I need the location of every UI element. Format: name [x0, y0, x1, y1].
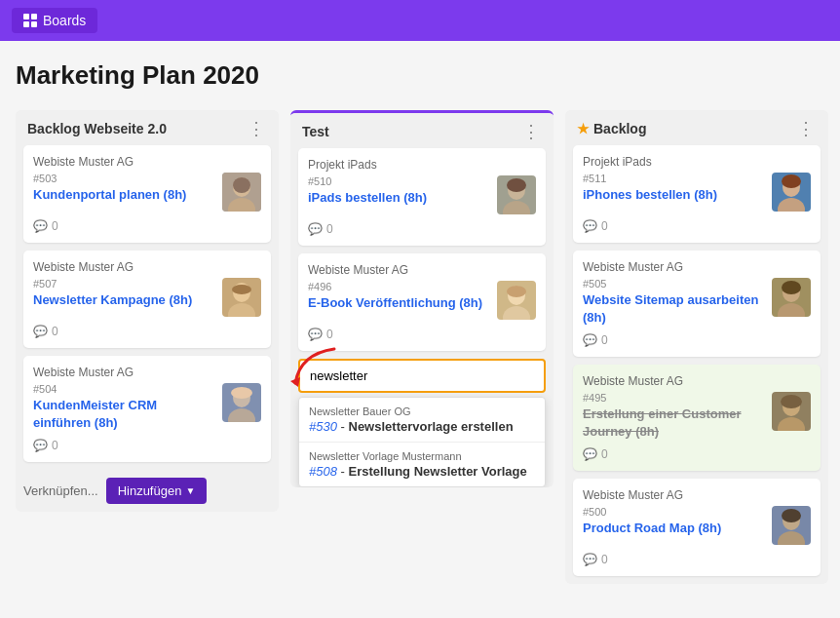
card-info: #504 KundenMeister CRM einführen (8h) [33, 383, 214, 431]
card-title[interactable]: Website Sitemap ausarbeiten (8h) [583, 291, 764, 326]
card-company: Projekt iPads [308, 158, 536, 172]
dropdown-task-name: Newslettervorlage erstellen [349, 419, 514, 434]
card-company: Webiste Muster AG [583, 374, 811, 388]
comment-count: 0 [601, 219, 608, 233]
card-footer: 💬 0 [33, 439, 261, 452]
card-body: #504 KundenMeister CRM einführen (8h) [33, 383, 261, 431]
card-footer: 💬 0 [583, 219, 811, 233]
card-info: #500 Product Road Map (8h) [583, 506, 764, 537]
card-footer: 💬 0 [583, 447, 811, 461]
card-info: #510 iPads bestellen (8h) [308, 175, 489, 207]
boards-button[interactable]: Boards [12, 8, 97, 33]
card-number: #505 [583, 278, 764, 290]
svg-point-7 [232, 285, 251, 294]
top-nav: Boards [0, 0, 840, 41]
card-title[interactable]: KundenMeister CRM einführen (8h) [33, 397, 214, 431]
card-body: #505 Website Sitemap ausarbeiten (8h) [583, 278, 811, 326]
column-title-3: ★ Backlog [577, 121, 646, 136]
card-info: #503 Kundenportal planen (8h) [33, 173, 214, 204]
comment-icon: 💬 [308, 328, 323, 341]
dropdown-item-508[interactable]: Newsletter Vorlage Mustermann #508 - Ers… [299, 443, 545, 486]
comment-count: 0 [601, 553, 608, 566]
column-title-1: Backlog Webseite 2.0 [27, 121, 167, 136]
card-505: Webiste Muster AG #505 Website Sitemap a… [573, 251, 821, 357]
dropdown-task-name: Erstellung Newsletter Vorlage [349, 464, 527, 479]
comment-count: 0 [52, 439, 58, 452]
card-body: #511 iPhones bestellen (8h) [583, 173, 811, 212]
card-company: Projekt iPads [583, 155, 811, 169]
card-footer: 💬 0 [308, 222, 536, 236]
column-menu-button-2[interactable]: ⋮ [520, 123, 542, 140]
card-footer: 💬 0 [33, 325, 261, 338]
star-icon: ★ [577, 121, 590, 136]
card-company: Webiste Muster AG [583, 260, 811, 274]
comment-icon: 💬 [33, 439, 48, 452]
card-number: #503 [33, 173, 214, 184]
card-title[interactable]: iPads bestellen (8h) [308, 189, 489, 207]
svg-point-11 [231, 387, 252, 399]
card-company: Webiste Muster AG [33, 260, 261, 274]
comment-count: 0 [52, 325, 58, 338]
avatar [222, 173, 261, 212]
column-menu-button-3[interactable]: ⋮ [795, 120, 817, 137]
column-backlog-webseite: Backlog Webseite 2.0 ⋮ Webiste Muster AG… [16, 110, 279, 512]
card-title[interactable]: Kundenportal planen (8h) [33, 186, 214, 204]
verknupfen-link[interactable]: Verknüpfen... [23, 483, 98, 498]
avatar [772, 506, 811, 545]
card-footer: 💬 0 [583, 333, 811, 347]
column-title-2: Test [302, 124, 329, 139]
card-title[interactable]: Product Road Map (8h) [583, 520, 764, 537]
cards-area-1: Webiste Muster AG #503 Kundenportal plan… [16, 145, 279, 470]
card-body: #496 E-Book Veröffentlichung (8h) [308, 281, 536, 320]
avatar [772, 392, 811, 431]
svg-point-19 [507, 286, 526, 297]
card-title[interactable]: Newsletter Kampagne (8h) [33, 291, 214, 309]
card-title[interactable]: E-Book Veröffentlichung (8h) [308, 294, 489, 312]
svg-point-3 [233, 177, 250, 193]
dropdown-item-530[interactable]: Newsletter Bauer OG #530 - Newslettervor… [299, 398, 545, 443]
card-title-strikethrough[interactable]: Erstellung einer Customer Journey (8h) [583, 406, 764, 440]
columns-container: Backlog Webseite 2.0 ⋮ Webiste Muster AG… [16, 110, 824, 584]
dash: - [341, 419, 349, 434]
card-body: #495 Erstellung einer Customer Journey (… [583, 392, 811, 440]
card-number: #504 [33, 383, 214, 395]
card-title[interactable]: iPhones bestellen (8h) [583, 186, 764, 204]
column-backlog-starred: ★ Backlog ⋮ Projekt iPads #511 iPhones b… [565, 110, 828, 584]
avatar [497, 281, 536, 320]
card-number: #500 [583, 506, 764, 518]
comment-icon: 💬 [583, 333, 597, 347]
comment-icon: 💬 [583, 447, 597, 461]
card-info: #495 Erstellung einer Customer Journey (… [583, 392, 764, 440]
card-503: Webiste Muster AG #503 Kundenportal plan… [23, 145, 271, 243]
card-510: Projekt iPads #510 iPads bestellen (8h) [298, 148, 546, 246]
comment-count: 0 [52, 219, 58, 233]
column-test: Test ⋮ Projekt iPads #510 iPads bestelle… [290, 110, 554, 487]
column-header-2: Test ⋮ [290, 113, 554, 148]
column-title-text: Backlog [593, 121, 646, 136]
dash: - [341, 464, 349, 479]
svg-point-28 [782, 281, 801, 294]
card-company: Webiste Muster AG [33, 155, 261, 169]
column-header-1: Backlog Webseite 2.0 ⋮ [16, 110, 279, 145]
search-arrow-container [290, 359, 554, 393]
card-number: #507 [33, 278, 214, 290]
card-company: Webiste Muster AG [308, 263, 536, 277]
card-footer: 💬 0 [33, 219, 261, 233]
svg-point-15 [507, 178, 526, 192]
page-content: Marketing Plan 2020 Backlog Webseite 2.0… [0, 41, 840, 603]
hinzufugen-label: Hinzufügen [118, 483, 182, 498]
card-504: Webiste Muster AG #504 KundenMeister CRM… [23, 356, 271, 462]
avatar [772, 173, 811, 212]
comment-count: 0 [326, 328, 333, 341]
avatar [222, 383, 261, 422]
column-header-3: ★ Backlog ⋮ [565, 110, 828, 145]
comment-icon: 💬 [33, 325, 48, 338]
comment-icon: 💬 [308, 222, 323, 236]
column-menu-button-1[interactable]: ⋮ [246, 120, 267, 137]
search-input[interactable] [298, 359, 546, 393]
card-number: #511 [583, 173, 764, 184]
column-bottom-1: Verknüpfen... Hinzufügen ▼ [16, 470, 279, 512]
hinzufugen-button[interactable]: Hinzufügen ▼ [106, 478, 208, 504]
svg-point-32 [781, 395, 802, 408]
card-body: #503 Kundenportal planen (8h) [33, 173, 261, 212]
